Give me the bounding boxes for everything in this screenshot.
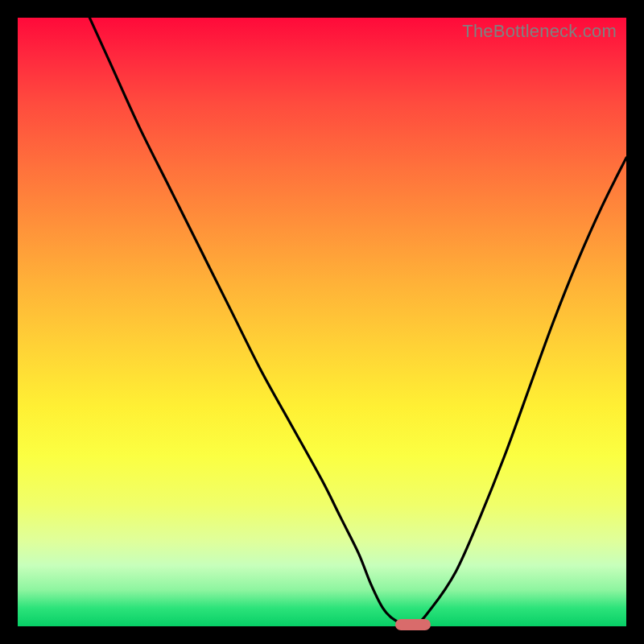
plot-area: TheBottleneck.com — [18, 18, 626, 626]
bottleneck-curve — [18, 18, 626, 626]
chart-frame: TheBottleneck.com — [0, 0, 644, 644]
optimal-marker — [395, 619, 431, 630]
curve-path — [18, 0, 626, 627]
